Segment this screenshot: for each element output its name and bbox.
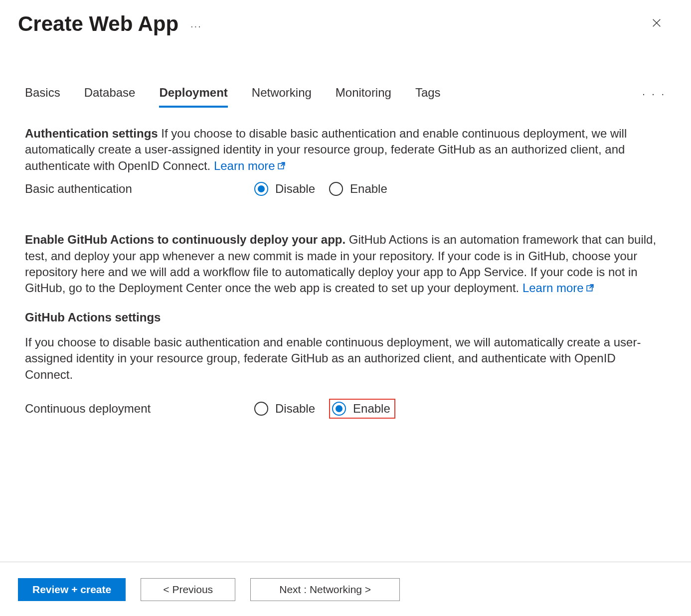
content: Authentication settings If you choose to… (0, 108, 691, 419)
svg-line-5 (589, 285, 593, 288)
more-options-icon[interactable]: ··· (190, 17, 202, 31)
tabs: Basics Database Deployment Networking Mo… (0, 66, 691, 108)
basic-auth-label: Basic authentication (25, 182, 254, 196)
tab-deployment[interactable]: Deployment (159, 86, 227, 108)
tab-database[interactable]: Database (84, 86, 136, 108)
previous-button[interactable]: < Previous (141, 578, 235, 601)
title-row: Create Web App ··· (18, 12, 202, 36)
basic-auth-radio-group: Disable Enable (254, 182, 387, 196)
header: Create Web App ··· (0, 0, 691, 36)
gha-heading: Enable GitHub Actions to continuously de… (25, 233, 346, 246)
gha-settings-heading: GitHub Actions settings (25, 310, 666, 324)
continuous-deployment-label: Continuous deployment (25, 402, 254, 416)
basic-auth-row: Basic authentication Disable Enable (25, 182, 666, 196)
radio-icon (329, 182, 343, 196)
radio-icon (254, 402, 268, 416)
external-link-icon (277, 158, 286, 174)
tabs-overflow-icon[interactable]: · · · (642, 88, 666, 106)
continuous-deployment-enable-option[interactable]: Enable (329, 399, 395, 419)
basic-auth-disable-option[interactable]: Disable (254, 182, 315, 196)
radio-label: Disable (275, 182, 315, 196)
radio-label: Disable (275, 402, 315, 416)
svg-line-3 (281, 162, 284, 166)
radio-icon (254, 182, 268, 196)
radio-icon (332, 402, 346, 416)
review-create-button[interactable]: Review + create (18, 578, 126, 601)
tab-networking[interactable]: Networking (252, 86, 312, 108)
tab-tags[interactable]: Tags (415, 86, 441, 108)
basic-auth-enable-option[interactable]: Enable (329, 182, 387, 196)
tab-basics[interactable]: Basics (25, 86, 60, 108)
tab-monitoring[interactable]: Monitoring (336, 86, 391, 108)
gha-learn-more-link[interactable]: Learn more (522, 281, 594, 295)
external-link-icon (586, 280, 594, 296)
gha-section-text: Enable GitHub Actions to continuously de… (25, 232, 666, 297)
auth-section-text: Authentication settings If you choose to… (25, 126, 666, 174)
auth-learn-more-link[interactable]: Learn more (214, 159, 286, 172)
continuous-deployment-row: Continuous deployment Disable Enable (25, 399, 666, 419)
auth-heading: Authentication settings (25, 127, 158, 140)
tabs-list: Basics Database Deployment Networking Mo… (25, 86, 441, 108)
page-title: Create Web App (18, 12, 178, 36)
footer-divider (0, 562, 691, 562)
close-icon[interactable] (647, 13, 666, 34)
footer: Review + create < Previous Next : Networ… (18, 578, 400, 601)
radio-label: Enable (353, 402, 390, 416)
continuous-deployment-radio-group: Disable Enable (254, 399, 395, 419)
next-button[interactable]: Next : Networking > (250, 578, 400, 601)
continuous-deployment-disable-option[interactable]: Disable (254, 402, 315, 416)
gha-sub-body: If you choose to disable basic authentic… (25, 334, 666, 383)
radio-label: Enable (350, 182, 387, 196)
